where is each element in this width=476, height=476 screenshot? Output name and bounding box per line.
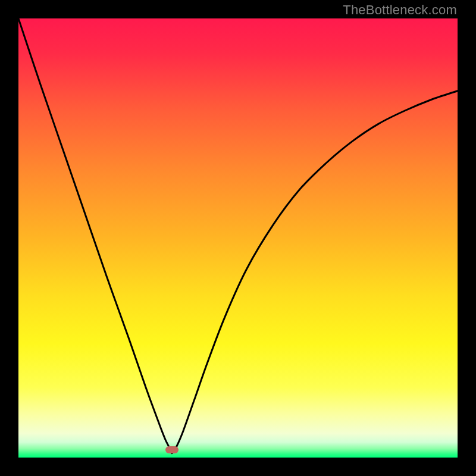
chart-frame <box>18 18 458 458</box>
optimal-point-marker <box>165 446 178 453</box>
bottleneck-curve <box>18 18 458 458</box>
watermark-text: TheBottleneck.com <box>343 2 457 18</box>
